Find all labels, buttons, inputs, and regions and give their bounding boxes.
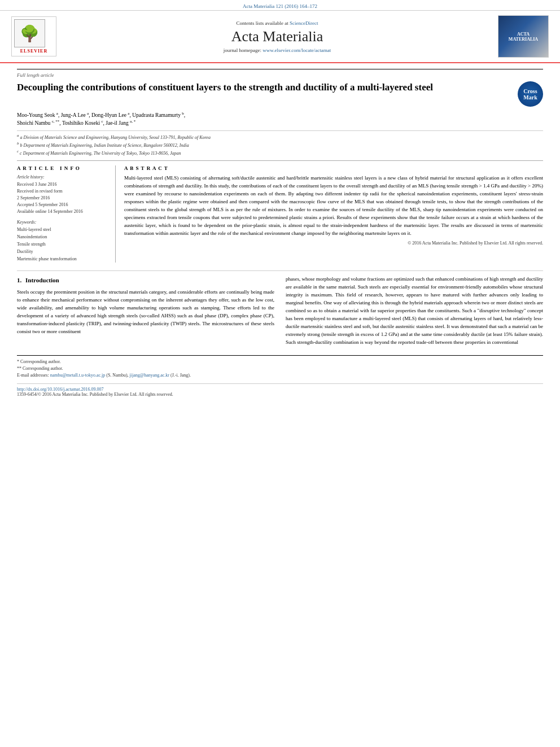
affiliation-c: c c Department of Materials Engineering,… [17,149,543,156]
accepted-date: Accepted 5 September 2016 [17,202,110,208]
homepage-line: journal homepage: www.elsevier.com/locat… [62,47,492,53]
intro-col1-text: Steels occupy the preeminent position in… [17,289,274,336]
article-history-label: Article history: [17,174,110,180]
article-info-label: A R T I C L E I N F O [17,165,110,171]
received-revised-date: 2 September 2016 [17,195,110,202]
keyword-4: Ductility [17,248,110,256]
journal-header: 🌳 ELSEVIER Contents lists available at S… [0,11,560,63]
keyword-3: Tensile strength [17,241,110,248]
journal-title-area: Contents lists available at ScienceDirec… [56,20,498,53]
abstract-column: A B S T R A C T Multi-layered steel (MLS… [124,165,543,263]
article-info-abstract-section: A R T I C L E I N F O Article history: R… [17,160,543,263]
journal-volume-info: Acta Materialia 121 (2016) 164–172 [243,3,317,9]
doi-link[interactable]: http://dx.doi.org/10.1016/j.actamat.2016… [17,387,103,392]
abstract-text: Multi-layered steel (MLS) consisting of … [124,174,543,238]
intro-col-right: phases, whose morphology and volume frac… [286,276,543,346]
elsevier-logo: 🌳 ELSEVIER [11,16,56,56]
acta-materialia-logo: ACTAMATERIALIA [498,15,549,58]
keyword-2: Nanoindentation [17,234,110,241]
introduction-two-col: 1. Introduction Steels occupy the preemi… [17,276,543,346]
email2-link[interactable]: jijang@hanyang.ac.kr [130,373,169,378]
affiliation-b: b b Department of Materials Engineering,… [17,141,543,148]
affiliations-section: a a Division of Materials Science and En… [17,130,543,156]
elsevier-tree-icon: 🌳 [14,19,45,47]
keyword-5: Martensitic phase transformation [17,256,110,263]
footnote-emails: E-mail addresses: nambu@metall.t.u-tokyo… [17,372,543,379]
introduction-heading: 1. Introduction [17,276,274,285]
issn-line: 1359-6454/© 2016 Acta Materialia Inc. Pu… [17,392,543,397]
journal-top-bar: Acta Materialia 121 (2016) 164–172 [0,0,560,11]
intro-col2-text: phases, whose morphology and volume frac… [286,276,543,346]
available-online-date: Available online 14 September 2016 [17,208,110,215]
crossmark-badge: CrossMark [518,81,543,107]
article-title: Decoupling the contributions of constitu… [17,81,512,94]
copyright-line: © 2016 Acta Materialia Inc. Published by… [124,241,543,246]
main-content: Full length article Decoupling the contr… [0,63,560,403]
page-wrapper: Acta Materialia 121 (2016) 164–172 🌳 ELS… [0,0,560,747]
abstract-label: A B S T R A C T [124,165,543,171]
article-info-column: A R T I C L E I N F O Article history: R… [17,165,116,263]
elsevier-text: ELSEVIER [14,49,54,54]
footnotes-area: * Corresponding author. ** Corresponding… [17,355,543,379]
article-title-row: Decoupling the contributions of constitu… [17,81,543,107]
received-date: Received 3 June 2016 [17,181,110,188]
journal-name: Acta Materialia [62,28,492,45]
intro-col-left: 1. Introduction Steels occupy the preemi… [17,276,274,346]
authors-line: Moo-Young Seok a, Jung-A Lee a, Dong-Hyu… [17,111,543,128]
article-history-section: Article history: Received 3 June 2016 Re… [17,174,110,215]
footnote-double-star: ** Corresponding author. [17,365,543,372]
homepage-link[interactable]: www.elsevier.com/locate/actamat [262,47,331,53]
keyword-1: Multi-layered steel [17,226,110,234]
page-footer: http://dx.doi.org/10.1016/j.actamat.2016… [17,383,543,397]
sciencedirect-link[interactable]: ScienceDirect [290,20,318,26]
keywords-label: Keywords: [17,220,110,225]
introduction-section: 1. Introduction Steels occupy the preemi… [17,270,543,396]
contents-available-line: Contents lists available at ScienceDirec… [62,20,492,26]
received-revised-label: Received in revised form [17,188,110,195]
email1-link[interactable]: nambu@metall.t.u-tokyo.ac.jp [50,373,106,378]
affiliation-a: a a Division of Materials Science and En… [17,133,543,141]
footnote-star: * Corresponding author. [17,359,543,365]
article-type-label: Full length article [17,69,543,78]
keywords-section: Keywords: Multi-layered steel Nanoindent… [17,220,110,263]
